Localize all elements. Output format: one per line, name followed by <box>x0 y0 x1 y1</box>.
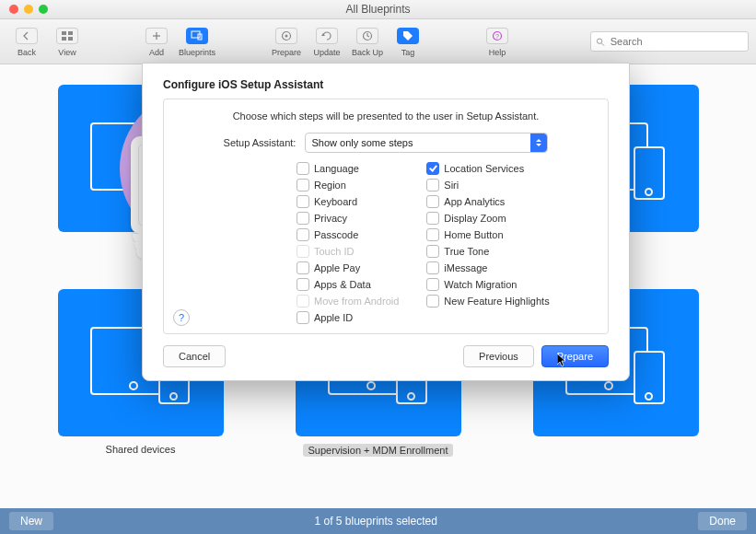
update-label: Update <box>313 48 340 57</box>
setup-step-checkbox[interactable]: iMessage <box>426 261 549 274</box>
checkbox-icon <box>426 261 439 274</box>
checkbox-icon <box>426 245 439 258</box>
update-button[interactable]: Update <box>308 21 346 62</box>
setup-step-checkbox[interactable]: App Analytics <box>426 195 549 208</box>
setup-step-checkbox[interactable]: Apple Pay <box>297 261 399 274</box>
backup-button[interactable]: Back Up <box>348 21 387 62</box>
checkbox-icon <box>426 295 439 308</box>
setup-step-checkbox[interactable]: Language <box>297 162 399 175</box>
checkbox-icon <box>426 278 439 291</box>
setup-step-checkbox[interactable]: Apple ID <box>297 311 399 324</box>
setup-step-checkbox[interactable]: Siri <box>426 179 549 192</box>
svg-rect-0 <box>62 31 66 35</box>
checkbox-label: New Feature Highlights <box>444 296 549 307</box>
prepare-label: Prepare <box>272 48 301 57</box>
prepare-button[interactable]: Prepare <box>267 21 306 62</box>
panel-help-button[interactable]: ? <box>173 309 190 326</box>
sheet-description: Choose which steps will be presented to … <box>179 110 593 122</box>
zoom-window-button[interactable] <box>39 5 48 14</box>
footer-bar: New 1 of 5 blueprints selected Done <box>0 508 756 534</box>
setup-step-checkbox[interactable]: Region <box>297 179 399 192</box>
checkbox-icon <box>297 245 309 258</box>
setup-step-checkbox[interactable]: New Feature Highlights <box>426 295 549 308</box>
checkbox-label: Keyboard <box>314 196 357 207</box>
checkbox-icon <box>297 179 309 192</box>
setup-step-checkbox[interactable]: Home Button <box>426 228 549 241</box>
blueprints-button[interactable]: Blueprints <box>178 21 216 62</box>
svg-point-14 <box>597 38 601 42</box>
svg-text:?: ? <box>495 33 499 40</box>
checkbox-label: Language <box>314 163 359 174</box>
checkbox-label: Location Services <box>444 163 524 174</box>
window-title: All Blueprints <box>48 3 708 16</box>
tag-button[interactable]: Tag <box>389 21 427 62</box>
checkbox-label: Move from Android <box>314 296 399 307</box>
checkbox-icon <box>426 212 439 225</box>
backup-label: Back Up <box>352 48 383 57</box>
setup-step-checkbox[interactable]: Keyboard <box>297 195 399 208</box>
search-input[interactable] <box>609 35 743 48</box>
help-button[interactable]: ? Help <box>478 21 517 62</box>
checkbox-label: Apple Pay <box>314 262 360 273</box>
blueprints-label: Blueprints <box>179 48 215 57</box>
checkbox-icon <box>297 295 309 308</box>
checkbox-label: Apple ID <box>314 312 353 323</box>
checkbox-label: iMessage <box>444 262 487 273</box>
titlebar: All Blueprints <box>0 0 756 19</box>
checkbox-icon <box>297 195 309 208</box>
setup-step-checkbox[interactable]: Display Zoom <box>426 212 549 225</box>
setup-step-checkbox[interactable]: Privacy <box>297 212 399 225</box>
checkbox-icon <box>426 195 439 208</box>
prepare-confirm-button[interactable]: Prepare <box>541 345 609 367</box>
checkbox-icon <box>297 261 309 274</box>
selection-status: 1 of 5 blueprints selected <box>53 515 698 528</box>
checkbox-label: Siri <box>444 180 459 191</box>
setup-step-checkbox[interactable]: Passcode <box>297 228 399 241</box>
checkbox-icon <box>426 179 439 192</box>
new-button[interactable]: New <box>9 512 53 530</box>
setup-step-checkbox: Move from Android <box>297 295 399 308</box>
view-label: View <box>58 48 76 57</box>
previous-button[interactable]: Previous <box>463 345 534 367</box>
setup-step-checkbox[interactable]: True Tone <box>426 245 549 258</box>
done-button[interactable]: Done <box>698 512 747 530</box>
select-value: Show only some steps <box>311 137 413 148</box>
view-button[interactable]: View <box>48 21 87 62</box>
cancel-button[interactable]: Cancel <box>163 345 226 367</box>
checkbox-icon <box>297 278 309 291</box>
add-button[interactable]: Add <box>137 21 176 62</box>
checkbox-label: Watch Migration <box>444 279 517 290</box>
traffic-lights <box>9 5 48 14</box>
checkbox-icon <box>297 311 309 324</box>
setup-step-checkbox: Touch ID <box>297 245 399 258</box>
checkbox-label: Apps & Data <box>314 279 371 290</box>
toolbar: Back View Add Blueprints Prepare <box>0 19 756 64</box>
search-field[interactable] <box>590 31 749 52</box>
configure-setup-assistant-sheet: Configure iOS Setup Assistant Choose whi… <box>142 63 630 381</box>
checkbox-label: Privacy <box>314 213 347 224</box>
minimize-window-button[interactable] <box>24 5 33 14</box>
setup-assistant-select[interactable]: Show only some steps <box>305 133 548 153</box>
chevron-up-down-icon <box>530 134 547 152</box>
checkbox-icon <box>297 162 309 175</box>
svg-line-15 <box>602 43 604 45</box>
checkbox-label: Display Zoom <box>444 213 506 224</box>
checkbox-label: Region <box>314 180 346 191</box>
setup-step-checkbox[interactable]: Apps & Data <box>297 278 399 291</box>
checkbox-icon <box>426 228 439 241</box>
sheet-panel: Choose which steps will be presented to … <box>163 99 609 334</box>
checkbox-label: Passcode <box>314 229 358 240</box>
prepare-button-label: Prepare <box>557 351 593 362</box>
svg-rect-2 <box>62 37 66 41</box>
search-icon <box>596 37 605 47</box>
back-label: Back <box>17 48 36 57</box>
setup-step-checkbox[interactable]: Watch Migration <box>426 278 549 291</box>
setup-step-checkbox[interactable]: Location Services <box>426 162 549 175</box>
close-window-button[interactable] <box>9 5 18 14</box>
tag-label: Tag <box>401 48 415 57</box>
add-label: Add <box>149 48 164 57</box>
back-button[interactable]: Back <box>7 21 46 62</box>
checkbox-label: App Analytics <box>444 196 505 207</box>
checkbox-icon <box>297 212 309 225</box>
checkbox-icon <box>297 228 309 241</box>
